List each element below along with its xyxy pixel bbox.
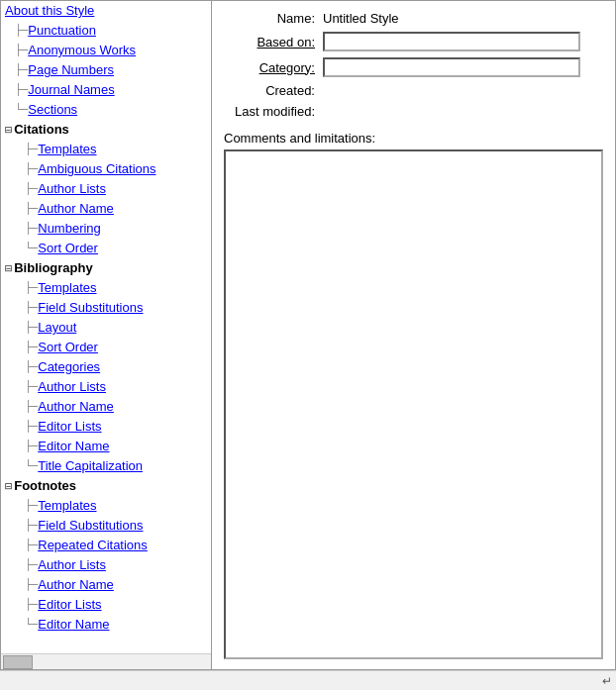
expand-icon-bibliography[interactable]: ⊟ [5,259,12,277]
connector: ├─ [25,537,38,554]
tree-item-author-name-fn[interactable]: ├─ Author Name [1,575,211,595]
tree-label-categories[interactable]: Categories [38,358,100,376]
tree-item-author-lists-fn[interactable]: ├─ Author Lists [1,555,211,575]
comments-textarea[interactable] [224,149,603,659]
tree-label-sections[interactable]: Sections [28,101,77,119]
tree-label-anonymous[interactable]: Anonymous Works [28,42,136,59]
tree-label-numbering[interactable]: Numbering [38,220,101,238]
tree-item-numbering[interactable]: ├─ Numbering [1,219,211,239]
tree-item-footnotes[interactable]: ⊟ Footnotes [1,476,211,496]
tree-item-author-name-bib[interactable]: ├─ Author Name [1,397,211,417]
tree-label-author-lists-fn[interactable]: Author Lists [38,556,106,574]
tree-label-bib-templates[interactable]: Templates [38,279,96,297]
tree-item-sort-order-cit[interactable]: └─ Sort Order [1,239,211,258]
tree-item-author-name-cit[interactable]: ├─ Author Name [1,199,211,219]
created-label: Created: [224,83,323,98]
tree-label-cit-templates[interactable]: Templates [38,141,96,158]
category-label[interactable]: Category: [224,60,323,75]
tree-scroll[interactable]: About this Style ├─ Punctuation ├─ Anony… [1,1,211,653]
tree-item-punctuation[interactable]: ├─ Punctuation [1,21,211,41]
connector: ├─ [25,200,38,218]
last-modified-label: Last modified: [224,104,323,119]
tree-item-author-lists-bib[interactable]: ├─ Author Lists [1,377,211,397]
tree-label-repeated-citations[interactable]: Repeated Citations [38,537,148,554]
tree-label-author-name-cit[interactable]: Author Name [38,200,114,218]
based-on-label[interactable]: Based on: [224,35,323,49]
tree-item-editor-lists-bib[interactable]: ├─ Editor Lists [1,417,211,437]
tree-item-sort-order-bib[interactable]: ├─ Sort Order [1,338,211,357]
tree-item-journal-names[interactable]: ├─ Journal Names [1,80,211,100]
tree-item-title-cap[interactable]: └─ Title Capitalization [1,456,211,476]
tree-item-citations[interactable]: ⊟ Citations [1,120,211,140]
tree-label-title-cap[interactable]: Title Capitalization [38,457,143,475]
tree-label-journal-names[interactable]: Journal Names [28,81,114,99]
comments-label: Comments and limitations: [224,131,603,146]
connector: ├─ [25,378,38,396]
connector: └─ [25,616,38,634]
tree-item-about[interactable]: About this Style [1,1,211,21]
tree-item-editor-name-fn[interactable]: └─ Editor Name [1,615,211,635]
category-input[interactable] [323,57,580,77]
tree-label-punctuation[interactable]: Punctuation [28,22,96,40]
connector: ├─ [25,556,38,574]
based-on-input[interactable] [323,32,580,51]
tree-label-fn-templates[interactable]: Templates [38,497,96,515]
connector: ├─ [25,220,38,238]
tree-label-sort-order-cit[interactable]: Sort Order [38,240,98,257]
tree-label-author-name-fn[interactable]: Author Name [38,576,114,594]
connector: └─ [25,240,38,257]
tree-label-ambiguous[interactable]: Ambiguous Citations [38,160,155,178]
tree-label-editor-name-fn[interactable]: Editor Name [38,616,109,634]
tree-label-layout[interactable]: Layout [38,319,76,337]
connector: ├─ [15,22,28,40]
return-arrow-icon: ↵ [602,674,612,688]
h-scroll-thumb[interactable] [3,655,33,669]
tree-item-page-numbers[interactable]: ├─ Page Numbers [1,60,211,80]
tree-item-categories[interactable]: ├─ Categories [1,357,211,377]
horizontal-scrollbar[interactable] [1,653,211,669]
created-row: Created: [224,83,603,98]
tree-item-editor-name-bib[interactable]: ├─ Editor Name [1,437,211,456]
connector: ├─ [25,497,38,515]
connector: ├─ [25,418,38,436]
tree-label-editor-name-bib[interactable]: Editor Name [38,438,109,455]
tree-label-bibliography[interactable]: Bibliography [14,259,92,277]
expand-icon-citations[interactable]: ⊟ [5,121,12,139]
tree-item-author-lists-cit[interactable]: ├─ Author Lists [1,179,211,199]
connector: ├─ [25,517,38,535]
tree-label-author-name-bib[interactable]: Author Name [38,398,114,416]
tree-item-layout[interactable]: ├─ Layout [1,318,211,338]
tree-item-bibliography[interactable]: ⊟ Bibliography [1,258,211,278]
tree-label-citations[interactable]: Citations [14,121,69,139]
tree-item-cit-templates[interactable]: ├─ Templates [1,140,211,159]
tree-item-repeated-citations[interactable]: ├─ Repeated Citations [1,536,211,555]
tree-item-ambiguous[interactable]: ├─ Ambiguous Citations [1,159,211,179]
tree-item-fn-templates[interactable]: ├─ Templates [1,496,211,516]
tree-item-sections[interactable]: └─ Sections [1,100,211,120]
tree-item-editor-lists-fn[interactable]: ├─ Editor Lists [1,595,211,615]
expand-icon-footnotes[interactable]: ⊟ [5,477,12,495]
tree-item-bib-templates[interactable]: ├─ Templates [1,278,211,298]
tree-label-author-lists-cit[interactable]: Author Lists [38,180,106,198]
name-row: Name: Untitled Style [224,11,603,26]
connector: ├─ [25,339,38,356]
tree-label-about[interactable]: About this Style [5,2,94,20]
connector: ├─ [25,596,38,614]
tree-label-editor-lists-fn[interactable]: Editor Lists [38,596,101,614]
tree-label-page-numbers[interactable]: Page Numbers [28,61,114,79]
tree-item-field-sub-fn[interactable]: ├─ Field Substitutions [1,516,211,536]
tree-label-editor-lists-bib[interactable]: Editor Lists [38,418,101,436]
tree-label-field-sub-bib[interactable]: Field Substitutions [38,299,143,317]
tree-item-anonymous[interactable]: ├─ Anonymous Works [1,41,211,60]
connector: ├─ [25,576,38,594]
connector: ├─ [15,42,28,59]
name-label: Name: [224,11,323,26]
connector: ├─ [25,358,38,376]
tree-label-footnotes[interactable]: Footnotes [14,477,76,495]
tree-label-author-lists-bib[interactable]: Author Lists [38,378,106,396]
connector: ├─ [25,319,38,337]
tree-item-field-sub-bib[interactable]: ├─ Field Substitutions [1,298,211,318]
tree-label-sort-order-bib[interactable]: Sort Order [38,339,98,356]
tree-label-field-sub-fn[interactable]: Field Substitutions [38,517,143,535]
right-panel: Name: Untitled Style Based on: Category:… [212,1,615,669]
